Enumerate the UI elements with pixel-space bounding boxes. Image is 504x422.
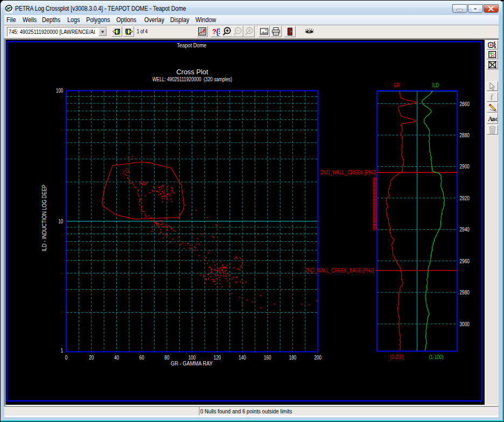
svg-text:10: 10 — [58, 218, 63, 224]
svg-text:140: 140 — [239, 354, 246, 361]
svg-text:WELL: 49025111920000 (320 sam: WELL: 49025111920000 (320 samples) — [152, 76, 232, 82]
svg-text:1: 1 — [61, 347, 63, 354]
svg-text:200: 200 — [314, 354, 322, 361]
svg-text:80: 80 — [164, 354, 169, 361]
svg-text:GR: GR — [394, 82, 400, 88]
svg-text:2900: 2900 — [460, 163, 470, 170]
svg-text:(1-100): (1-100) — [429, 354, 444, 360]
svg-text:120: 120 — [214, 354, 221, 361]
svg-text:2940: 2940 — [460, 226, 470, 233]
svg-text:2860: 2860 — [460, 101, 470, 107]
svg-text:{: { — [216, 27, 219, 36]
svg-text:(0-200): (0-200) — [390, 354, 404, 360]
svg-text:Cross Plot: Cross Plot — [177, 68, 208, 76]
svg-text:40: 40 — [114, 354, 119, 361]
svg-text:0: 0 — [65, 354, 68, 361]
svg-text:2ND_WALL_CREEK_BASE [PHJ]: 2ND_WALL_CREEK_BASE [PHJ] — [305, 267, 374, 273]
svg-text:3000: 3000 — [460, 321, 470, 327]
svg-text:2ND_WALL_CREEK [PHJ]: 2ND_WALL_CREEK [PHJ] — [320, 169, 376, 175]
svg-text:20: 20 — [89, 354, 94, 361]
svg-text:160: 160 — [264, 354, 271, 361]
svg-text:PAY: PAY — [139, 181, 148, 187]
svg-text:180: 180 — [289, 354, 297, 361]
svg-text:2920: 2920 — [460, 195, 470, 201]
svg-text:GR - GAMMA RAY: GR - GAMMA RAY — [171, 360, 213, 367]
svg-text:2980: 2980 — [460, 289, 470, 296]
svg-text:2960: 2960 — [460, 258, 470, 264]
svg-text:60: 60 — [139, 354, 144, 361]
svg-text:Teapot Dome: Teapot Dome — [177, 42, 207, 48]
svg-text:ILD: ILD — [432, 82, 439, 88]
svg-text:ILD - INDUCTION LOG DEEP: ILD - INDUCTION LOG DEEP — [41, 185, 47, 251]
svg-text:BC: BC — [492, 117, 498, 122]
svg-text:100: 100 — [56, 87, 63, 94]
svg-text:2880: 2880 — [460, 132, 470, 138]
